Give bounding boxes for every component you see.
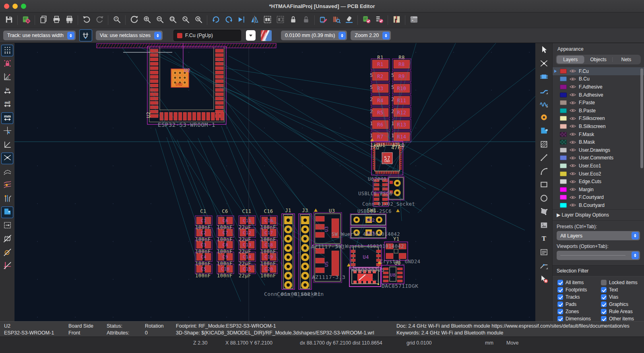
route-tracks-button[interactable] [538,85,550,97]
filter-item-zones[interactable]: Zones [557,309,601,314]
zoom-selection-button[interactable] [192,14,205,26]
visibility-eye-icon[interactable] [570,116,576,121]
eraser-button[interactable] [343,14,355,26]
layer-row-b-mask[interactable]: B.Mask [553,138,644,146]
layer-row-user-eco2[interactable]: User.Eco2 [553,170,644,178]
outline-footprints-button[interactable] [1,233,13,245]
board-setup-button[interactable] [20,14,33,26]
layer-row-f-adhesive[interactable]: F.Adhesive [553,83,644,91]
filter-item-graphics[interactable]: Graphics [601,301,644,307]
lock-button[interactable] [287,14,299,26]
minimize-window-button[interactable] [12,4,18,9]
layer-row-edge-cuts[interactable]: Edge.Cuts [553,178,644,186]
layer-color-swatch[interactable] [560,69,567,74]
zoom-out-button[interactable] [153,14,166,26]
close-window-button[interactable] [4,4,9,9]
checkbox-checked-icon[interactable] [557,309,563,314]
add-zone-button[interactable] [538,126,550,137]
curved-ratsnest-button[interactable] [1,166,13,178]
layer-row-f-paste[interactable]: F.Paste [553,99,644,107]
footprint-editor-button[interactable] [317,14,330,26]
zoom-fit-button[interactable] [166,14,179,26]
presets-dropdown[interactable]: All Layers [557,231,640,240]
visibility-eye-icon[interactable] [570,163,576,168]
layer-color-swatch[interactable] [560,171,567,176]
grid-button[interactable] [1,45,13,56]
page-settings-button[interactable] [37,14,50,26]
track-posture-button[interactable] [79,29,92,41]
visibility-eye-icon[interactable] [570,140,576,145]
layer-row-f-mask[interactable]: F.Mask [553,130,644,138]
save-button[interactable] [2,14,15,26]
redo-button[interactable] [93,14,106,26]
filter-item-footprints[interactable]: Footprints [557,287,601,293]
visibility-eye-icon[interactable] [570,77,576,81]
refresh-button[interactable] [128,14,140,26]
local-ratsnest-button[interactable] [538,58,550,70]
add-image-button[interactable] [538,220,550,232]
filter-item-pads[interactable]: Pads [557,301,601,307]
rotate-cw-button[interactable] [222,14,235,26]
layer-contrast-icon[interactable] [261,30,272,41]
plot-button[interactable] [63,14,76,26]
outline-vias-button[interactable] [1,247,13,259]
layer-display-options[interactable]: ▶ Layer Display Options [553,209,644,221]
filter-item-vias[interactable]: Vias [601,294,644,300]
zones-outline-button[interactable] [1,220,13,232]
add-dimension-button[interactable] [538,260,550,272]
layer-row-b-cu[interactable]: B.Cu [553,75,644,83]
tab-layers[interactable]: Layers [557,56,584,64]
visibility-eye-icon[interactable] [570,180,576,184]
visibility-eye-icon[interactable] [570,187,576,192]
via-size-dropdown[interactable]: Via: use netclass sizes [96,31,163,40]
units-in-button[interactable]: in [1,85,13,97]
drc-button[interactable] [373,14,386,26]
select-button[interactable] [538,45,550,56]
layer-row-user-comments[interactable]: User.Comments [553,154,644,162]
visibility-eye-icon[interactable] [570,171,576,176]
delete-tool-button[interactable] [538,274,550,286]
checkbox-checked-icon[interactable] [601,301,607,307]
tab-nets[interactable]: Nets [613,56,640,64]
find-button[interactable]: A [110,14,123,26]
add-text-button[interactable]: T [538,233,550,245]
visibility-eye-icon[interactable] [570,156,576,160]
free-angle-button[interactable] [1,139,13,151]
draw-polygon-button[interactable] [538,206,550,218]
layer-color-swatch[interactable] [560,132,567,137]
pcb-canvas[interactable]: GNDR1R15k1ΩR25k1ΩR32kΩR42kΩR51kΩR61kΩR71… [14,43,535,321]
layer-color-swatch[interactable] [560,108,567,113]
checkbox-checked-icon[interactable] [601,287,607,293]
zoom-dropdown[interactable]: Zoom 2.20 [351,31,391,40]
update-pcb-button[interactable] [360,14,373,26]
layer-color-swatch[interactable] [560,140,567,145]
filter-item-locked-items[interactable]: Locked items [601,280,644,285]
grid-overrides-button[interactable] [1,58,13,70]
draw-arc-button[interactable] [538,166,550,178]
checkbox-checked-icon[interactable] [557,316,563,321]
zoom-objects-button[interactable] [179,14,192,26]
mirror-button[interactable] [248,14,261,26]
checkbox-checked-icon[interactable] [557,301,563,307]
layer-color-swatch[interactable] [560,155,567,160]
maximize-window-button[interactable] [21,4,26,9]
group-button[interactable] [261,14,274,26]
visibility-eye-icon[interactable] [570,195,576,200]
draw-line-button[interactable] [538,153,550,164]
checkbox-checked-icon[interactable] [601,309,607,314]
checkbox-checked-icon[interactable] [557,280,563,285]
layer-row-b-silkscreen[interactable]: B.Silkscreen [553,122,644,130]
visibility-eye-icon[interactable] [570,124,576,128]
polar-coords-button[interactable]: rθ [1,72,13,83]
visibility-eye-icon[interactable] [570,85,576,89]
layer-color-swatch[interactable] [560,124,567,129]
checkbox-unchecked-icon[interactable] [601,280,607,285]
filter-item-tracks[interactable]: Tracks [557,294,601,300]
layer-row-margin[interactable]: Margin [553,186,644,194]
layer-color-swatch[interactable] [560,116,567,121]
layer-dropdown-button[interactable] [246,30,256,41]
visibility-eye-icon[interactable] [570,203,576,207]
layer-color-swatch[interactable] [560,148,567,153]
layer-row-b-adhesive[interactable]: B.Adhesive [553,91,644,99]
console-button[interactable]: >_ [407,14,420,26]
